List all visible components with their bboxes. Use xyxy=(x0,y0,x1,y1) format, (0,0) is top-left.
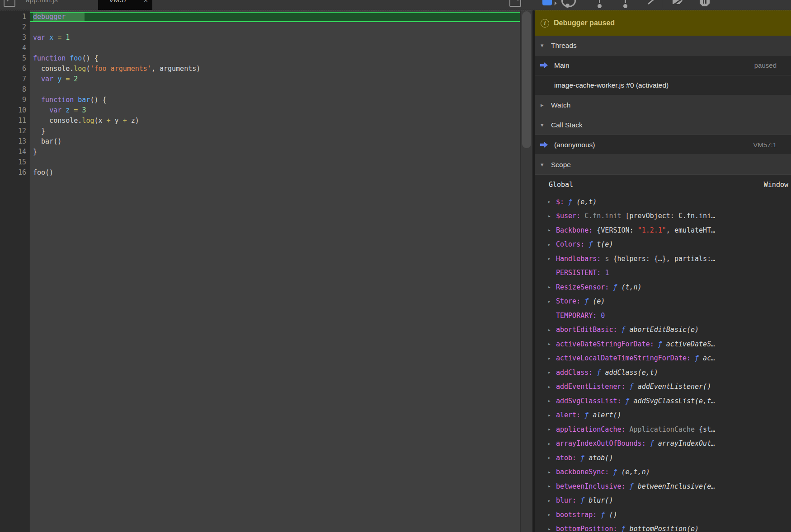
code-line[interactable]: 14} xyxy=(0,147,520,157)
section-header-threads[interactable]: ▾Threads xyxy=(535,36,791,56)
code-line[interactable]: 4 xyxy=(0,43,520,53)
scope-property-row[interactable]: ▸TEMPORARY: 0 xyxy=(535,308,791,323)
chevron-right-icon[interactable]: ▸ xyxy=(548,483,556,489)
scope-property-row[interactable]: ▸addClass: ƒ addClass(e,t) xyxy=(535,365,791,380)
tab-vm57[interactable]: VM57 × xyxy=(98,0,152,10)
scope-property-row[interactable]: ▸Backbone: {VERSION: "1.2.1", emulateHT… xyxy=(535,223,791,238)
tab-app-min-js[interactable]: app.min.js xyxy=(26,0,58,4)
line-number[interactable]: 6 xyxy=(0,64,30,74)
list-item[interactable]: (anonymous)VM57:1 xyxy=(535,135,791,155)
line-number[interactable]: 1 xyxy=(0,12,30,22)
scope-property-row[interactable]: ▸blur: ƒ blur() xyxy=(535,494,791,508)
chevron-right-icon[interactable]: ▸ xyxy=(548,299,556,304)
code-text[interactable]: var x = 1 xyxy=(30,33,520,43)
scope-property-row[interactable]: ▸betweenInclusive: ƒ betweenInclusive(e… xyxy=(535,479,791,494)
section-header-watch[interactable]: ▸Watch xyxy=(535,95,791,115)
line-number[interactable]: 2 xyxy=(0,22,30,33)
chevron-right-icon[interactable]: ▸ xyxy=(548,242,556,247)
navigator-toggle-icon[interactable] xyxy=(4,0,15,7)
scope-property-row[interactable]: ▸ResizeSensor: ƒ (t,n) xyxy=(535,280,791,294)
line-number[interactable]: 11 xyxy=(0,116,30,126)
chevron-right-icon[interactable]: ▸ xyxy=(548,199,556,205)
line-number[interactable]: 3 xyxy=(0,33,30,43)
code-text[interactable]: var z = 3 xyxy=(30,105,520,116)
code-text[interactable]: } xyxy=(30,126,520,136)
pane-divider[interactable] xyxy=(532,0,535,532)
chevron-right-icon[interactable]: ▸ xyxy=(548,256,556,261)
scope-property-row[interactable]: ▸bootstrap: ƒ () xyxy=(535,508,791,522)
scope-property-row[interactable]: ▸$: ƒ (e,t) xyxy=(535,195,791,209)
code-text[interactable]: function foo() { xyxy=(30,53,520,64)
section-header-call-stack[interactable]: ▾Call Stack xyxy=(535,115,791,135)
line-number[interactable]: 5 xyxy=(0,53,30,64)
scope-property-row[interactable]: ▸applicationCache: ApplicationCache {st… xyxy=(535,422,791,437)
scope-property-row[interactable]: ▸Colors: ƒ t(e) xyxy=(535,238,791,252)
code-line[interactable]: 11 console.log(x + y + z) xyxy=(0,116,520,126)
code-line[interactable]: 15 xyxy=(0,157,520,168)
chevron-right-icon[interactable]: ▸ xyxy=(548,441,556,447)
code-text[interactable]: function bar() { xyxy=(30,95,520,105)
chevron-down-icon[interactable]: ▾ xyxy=(541,42,551,49)
chevron-down-icon[interactable]: ▾ xyxy=(541,161,551,168)
scope-property-row[interactable]: ▸alert: ƒ alert() xyxy=(535,408,791,423)
chevron-right-icon[interactable]: ▸ xyxy=(548,227,556,233)
scope-property-row[interactable]: ▸abortEditBasic: ƒ abortEditBasic(e) xyxy=(535,323,791,337)
scope-property-row[interactable]: ▸addSvgClassList: ƒ addSvgClassList(e,t… xyxy=(535,394,791,408)
chevron-right-icon[interactable]: ▸ xyxy=(548,384,556,390)
section-header-scope[interactable]: ▾Scope xyxy=(535,155,791,175)
editor-scrollbar-thumb[interactable] xyxy=(522,11,531,148)
code-line[interactable]: 1debugger xyxy=(0,12,520,22)
scope-property-row[interactable]: ▸arrayIndexOutOfBounds: ƒ arrayIndexOut… xyxy=(535,437,791,451)
scope-property-row[interactable]: ▸activeLocalDateTimeStringForDate: ƒ ac… xyxy=(535,351,791,366)
tab-close-icon[interactable]: × xyxy=(144,0,148,5)
code-line[interactable]: 13 bar() xyxy=(0,136,520,147)
step-into-button[interactable] xyxy=(598,4,602,8)
chevron-right-icon[interactable]: ▸ xyxy=(548,469,556,475)
code-text[interactable]: console.log(x + y + z) xyxy=(30,116,520,126)
code-line[interactable]: 7 var y = 2 xyxy=(0,74,520,84)
scope-property-row[interactable]: ▸Store: ƒ (e) xyxy=(535,294,791,309)
line-number[interactable]: 12 xyxy=(0,126,30,136)
chevron-down-icon[interactable]: ▾ xyxy=(541,121,551,128)
scope-property-row[interactable]: ▸PERSISTENT: 1 xyxy=(535,266,791,280)
chevron-right-icon[interactable]: ▸ xyxy=(548,412,556,418)
code-text[interactable]: var y = 2 xyxy=(30,74,520,84)
line-number[interactable]: 10 xyxy=(0,105,30,116)
line-number[interactable]: 14 xyxy=(0,147,30,157)
line-number[interactable]: 4 xyxy=(0,43,30,53)
chevron-right-icon[interactable]: ▸ xyxy=(548,355,556,361)
scope-property-row[interactable]: ▸addEventListener: ƒ addEventListener() xyxy=(535,380,791,394)
scope-property-row[interactable]: ▸backboneSync: ƒ (e,t,n) xyxy=(535,465,791,480)
code-line[interactable]: 9 function bar() { xyxy=(0,95,520,105)
code-text[interactable] xyxy=(30,43,520,53)
scope-property-row[interactable]: ▸bottomPosition: ƒ bottomPosition(e) xyxy=(535,522,791,532)
code-line[interactable]: 12 } xyxy=(0,126,520,136)
scope-property-row[interactable]: ▸atob: ƒ atob() xyxy=(535,451,791,465)
list-item[interactable]: Mainpaused xyxy=(535,56,791,75)
step-out-button[interactable] xyxy=(623,4,627,8)
code-text[interactable]: bar() xyxy=(30,136,520,147)
scope-property-row[interactable]: ▸activeDateStringForDate: ƒ activeDateS… xyxy=(535,337,791,351)
code-text[interactable]: } xyxy=(30,147,520,157)
line-number[interactable]: 13 xyxy=(0,136,30,147)
code-line[interactable]: 3var x = 1 xyxy=(0,33,520,43)
line-number[interactable]: 15 xyxy=(0,157,30,168)
chevron-right-icon[interactable]: ▸ xyxy=(548,498,556,504)
sidebar-toggle-icon[interactable] xyxy=(509,0,521,7)
resume-script-button[interactable] xyxy=(542,0,552,5)
list-item[interactable]: image-cache-worker.js #0 (activated) xyxy=(535,75,791,95)
scope-global-row[interactable]: Global Window xyxy=(535,175,791,195)
scope-property-row[interactable]: ▸$user: C.fn.init [prevObject: C.fn.ini… xyxy=(535,209,791,224)
chevron-right-icon[interactable]: ▸ xyxy=(548,369,556,375)
editor-scrollbar[interactable] xyxy=(520,10,533,532)
step-over-button[interactable] xyxy=(565,4,570,8)
code-text[interactable]: foo() xyxy=(30,168,520,178)
code-line[interactable]: 10 var z = 3 xyxy=(0,105,520,116)
chevron-right-icon[interactable]: ▸ xyxy=(541,102,551,108)
line-number[interactable]: 8 xyxy=(0,84,30,95)
scope-property-row[interactable]: ▸Handlebars: s {helpers: {…}, partials:… xyxy=(535,252,791,266)
code-text[interactable] xyxy=(30,22,520,33)
chevron-right-icon[interactable]: ▸ xyxy=(548,526,556,532)
code-line[interactable]: 8 xyxy=(0,84,520,95)
code-line[interactable]: 6 console.log('foo arguments', arguments… xyxy=(0,64,520,74)
